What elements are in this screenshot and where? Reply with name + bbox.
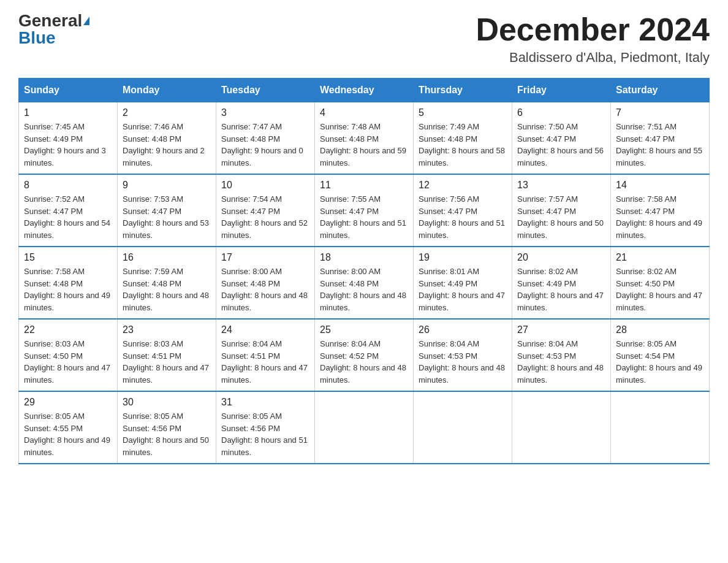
calendar-day-cell: 11 Sunrise: 7:55 AMSunset: 4:47 PMDaylig…: [315, 174, 414, 247]
day-info: Sunrise: 7:53 AMSunset: 4:47 PMDaylight:…: [123, 193, 211, 241]
day-number: 27: [517, 324, 605, 335]
calendar-day-cell: 21 Sunrise: 8:02 AMSunset: 4:50 PMDaylig…: [611, 247, 710, 319]
day-info: Sunrise: 8:00 AMSunset: 4:48 PMDaylight:…: [221, 266, 309, 313]
day-number: 1: [24, 107, 112, 118]
day-number: 2: [123, 107, 211, 118]
header-monday: Monday: [118, 79, 216, 102]
day-info: Sunrise: 7:56 AMSunset: 4:47 PMDaylight:…: [419, 193, 507, 241]
calendar-day-cell: 25 Sunrise: 8:04 AMSunset: 4:52 PMDaylig…: [315, 319, 414, 391]
logo-general-text: General: [18, 12, 82, 29]
day-info: Sunrise: 8:04 AMSunset: 4:53 PMDaylight:…: [517, 338, 605, 386]
day-number: 31: [221, 397, 309, 408]
day-number: 21: [616, 252, 704, 263]
calendar-day-cell: 9 Sunrise: 7:53 AMSunset: 4:47 PMDayligh…: [118, 174, 216, 247]
day-number: 17: [221, 252, 309, 263]
header-sunday: Sunday: [19, 79, 118, 102]
day-number: 14: [616, 180, 704, 191]
day-info: Sunrise: 7:55 AMSunset: 4:47 PMDaylight:…: [320, 193, 408, 241]
day-number: 4: [320, 107, 408, 118]
day-number: 23: [123, 324, 211, 335]
calendar-title: December 2024: [476, 12, 710, 47]
calendar-day-cell: 4 Sunrise: 7:48 AMSunset: 4:48 PMDayligh…: [315, 102, 414, 175]
calendar-day-cell: [315, 391, 414, 464]
calendar-day-cell: 5 Sunrise: 7:49 AMSunset: 4:48 PMDayligh…: [414, 102, 512, 175]
day-number: 20: [517, 252, 605, 263]
day-number: 3: [221, 107, 309, 118]
calendar-day-cell: 22 Sunrise: 8:03 AMSunset: 4:50 PMDaylig…: [19, 319, 118, 391]
day-info: Sunrise: 8:02 AMSunset: 4:49 PMDaylight:…: [517, 266, 605, 313]
day-number: 25: [320, 324, 408, 335]
calendar-week-row: 1 Sunrise: 7:45 AMSunset: 4:49 PMDayligh…: [19, 102, 710, 175]
day-number: 9: [123, 180, 211, 191]
day-info: Sunrise: 8:05 AMSunset: 4:55 PMDaylight:…: [24, 410, 112, 458]
calendar-day-cell: 10 Sunrise: 7:54 AMSunset: 4:47 PMDaylig…: [216, 174, 315, 247]
day-number: 28: [616, 324, 704, 335]
day-info: Sunrise: 8:02 AMSunset: 4:50 PMDaylight:…: [616, 266, 704, 313]
day-info: Sunrise: 8:05 AMSunset: 4:54 PMDaylight:…: [616, 338, 704, 386]
day-info: Sunrise: 7:48 AMSunset: 4:48 PMDaylight:…: [320, 121, 408, 169]
day-info: Sunrise: 8:03 AMSunset: 4:50 PMDaylight:…: [24, 338, 112, 386]
calendar-day-cell: 31 Sunrise: 8:05 AMSunset: 4:56 PMDaylig…: [216, 391, 315, 464]
calendar-day-cell: 14 Sunrise: 7:58 AMSunset: 4:47 PMDaylig…: [611, 174, 710, 247]
day-number: 15: [24, 252, 112, 263]
logo-blue-text: Blue: [18, 29, 56, 47]
day-number: 8: [24, 180, 112, 191]
day-number: 29: [24, 397, 112, 408]
calendar-day-cell: 7 Sunrise: 7:51 AMSunset: 4:47 PMDayligh…: [611, 102, 710, 175]
header-tuesday: Tuesday: [216, 79, 315, 102]
day-info: Sunrise: 7:57 AMSunset: 4:47 PMDaylight:…: [517, 193, 605, 241]
day-info: Sunrise: 7:59 AMSunset: 4:48 PMDaylight:…: [123, 266, 211, 313]
day-number: 13: [517, 180, 605, 191]
calendar-day-cell: 19 Sunrise: 8:01 AMSunset: 4:49 PMDaylig…: [414, 247, 512, 319]
page-header: General Blue December 2024 Baldissero d'…: [18, 12, 710, 66]
day-number: 30: [123, 397, 211, 408]
calendar-week-row: 22 Sunrise: 8:03 AMSunset: 4:50 PMDaylig…: [19, 319, 710, 391]
day-info: Sunrise: 8:00 AMSunset: 4:48 PMDaylight:…: [320, 266, 408, 313]
day-info: Sunrise: 7:47 AMSunset: 4:48 PMDaylight:…: [221, 121, 309, 169]
day-info: Sunrise: 8:05 AMSunset: 4:56 PMDaylight:…: [221, 410, 309, 458]
calendar-day-cell: 27 Sunrise: 8:04 AMSunset: 4:53 PMDaylig…: [512, 319, 611, 391]
title-block: December 2024 Baldissero d'Alba, Piedmon…: [476, 12, 710, 66]
day-info: Sunrise: 8:05 AMSunset: 4:56 PMDaylight:…: [123, 410, 211, 458]
calendar-week-row: 15 Sunrise: 7:58 AMSunset: 4:48 PMDaylig…: [19, 247, 710, 319]
calendar-day-cell: [611, 391, 710, 464]
day-number: 19: [419, 252, 507, 263]
day-info: Sunrise: 8:04 AMSunset: 4:52 PMDaylight:…: [320, 338, 408, 386]
calendar-day-cell: 18 Sunrise: 8:00 AMSunset: 4:48 PMDaylig…: [315, 247, 414, 319]
calendar-day-cell: 3 Sunrise: 7:47 AMSunset: 4:48 PMDayligh…: [216, 102, 315, 175]
day-info: Sunrise: 7:58 AMSunset: 4:47 PMDaylight:…: [616, 193, 704, 241]
calendar-table: Sunday Monday Tuesday Wednesday Thursday…: [18, 78, 710, 464]
day-number: 18: [320, 252, 408, 263]
day-info: Sunrise: 8:04 AMSunset: 4:53 PMDaylight:…: [419, 338, 507, 386]
day-number: 26: [419, 324, 507, 335]
calendar-day-cell: [512, 391, 611, 464]
calendar-day-cell: 28 Sunrise: 8:05 AMSunset: 4:54 PMDaylig…: [611, 319, 710, 391]
day-number: 6: [517, 107, 605, 118]
calendar-day-cell: 16 Sunrise: 7:59 AMSunset: 4:48 PMDaylig…: [118, 247, 216, 319]
day-number: 24: [221, 324, 309, 335]
day-info: Sunrise: 7:46 AMSunset: 4:48 PMDaylight:…: [123, 121, 211, 169]
day-info: Sunrise: 7:58 AMSunset: 4:48 PMDaylight:…: [24, 266, 112, 313]
calendar-day-cell: 13 Sunrise: 7:57 AMSunset: 4:47 PMDaylig…: [512, 174, 611, 247]
calendar-subtitle: Baldissero d'Alba, Piedmont, Italy: [476, 50, 710, 66]
calendar-day-cell: 17 Sunrise: 8:00 AMSunset: 4:48 PMDaylig…: [216, 247, 315, 319]
day-info: Sunrise: 8:01 AMSunset: 4:49 PMDaylight:…: [419, 266, 507, 313]
calendar-day-cell: 30 Sunrise: 8:05 AMSunset: 4:56 PMDaylig…: [118, 391, 216, 464]
calendar-day-cell: 12 Sunrise: 7:56 AMSunset: 4:47 PMDaylig…: [414, 174, 512, 247]
header-wednesday: Wednesday: [315, 79, 414, 102]
day-info: Sunrise: 7:51 AMSunset: 4:47 PMDaylight:…: [616, 121, 704, 169]
header-saturday: Saturday: [611, 79, 710, 102]
header-friday: Friday: [512, 79, 611, 102]
day-number: 22: [24, 324, 112, 335]
day-info: Sunrise: 7:50 AMSunset: 4:47 PMDaylight:…: [517, 121, 605, 169]
day-headers-row: Sunday Monday Tuesday Wednesday Thursday…: [19, 79, 710, 102]
calendar-day-cell: 1 Sunrise: 7:45 AMSunset: 4:49 PMDayligh…: [19, 102, 118, 175]
calendar-day-cell: 8 Sunrise: 7:52 AMSunset: 4:47 PMDayligh…: [19, 174, 118, 247]
calendar-day-cell: 29 Sunrise: 8:05 AMSunset: 4:55 PMDaylig…: [19, 391, 118, 464]
day-info: Sunrise: 8:03 AMSunset: 4:51 PMDaylight:…: [123, 338, 211, 386]
day-number: 5: [419, 107, 507, 118]
day-number: 7: [616, 107, 704, 118]
calendar-day-cell: 15 Sunrise: 7:58 AMSunset: 4:48 PMDaylig…: [19, 247, 118, 319]
day-number: 12: [419, 180, 507, 191]
header-thursday: Thursday: [414, 79, 512, 102]
